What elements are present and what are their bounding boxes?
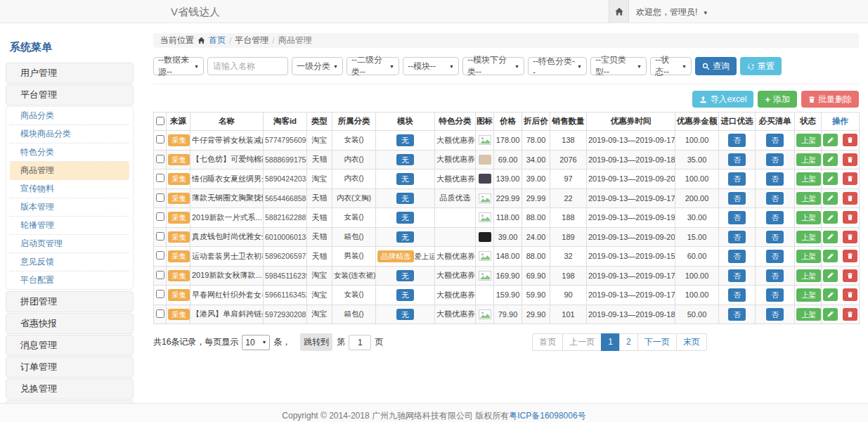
item-type-select[interactable]: --宝贝类型--▼ (590, 57, 647, 75)
sidebar-subitem-module-goods-category[interactable]: 模块商品分类 (10, 125, 129, 143)
delete-button[interactable] (843, 269, 857, 282)
edit-button[interactable] (823, 250, 838, 262)
batch-delete-button[interactable]: 批量删除 (801, 91, 859, 108)
sidebar-item-group-buy-management[interactable]: 拼团管理 (6, 291, 134, 312)
jump-button[interactable]: 跳转到 (300, 333, 332, 351)
status-toggle[interactable]: 上架 (796, 211, 821, 224)
module-select[interactable]: --模块--▼ (403, 57, 459, 75)
status-toggle[interactable]: 上架 (796, 192, 821, 205)
breadcrumb-item-platform[interactable]: 平台管理 (235, 34, 268, 46)
name-input[interactable] (207, 57, 288, 75)
status-toggle[interactable]: 上架 (796, 231, 821, 244)
import-select-toggle[interactable]: 否 (728, 211, 746, 224)
status-select[interactable]: --状态--▼ (650, 57, 692, 75)
must-buy-toggle[interactable]: 否 (766, 211, 784, 224)
sidebar-subitem-carousel-management[interactable]: 轮播管理 (10, 217, 129, 235)
status-toggle[interactable]: 上架 (796, 269, 821, 283)
delete-button[interactable] (843, 192, 857, 205)
sidebar-subitem-goods-category[interactable]: 商品分类 (10, 107, 129, 125)
row-checkbox[interactable] (156, 232, 164, 241)
sidebar-item-saving-express[interactable]: 省惠快报 (6, 313, 134, 334)
status-toggle[interactable]: 上架 (796, 153, 821, 167)
edit-button[interactable] (823, 192, 838, 205)
sidebar-subitem-feedback[interactable]: 意见反馈 (10, 253, 129, 271)
must-buy-toggle[interactable]: 否 (766, 172, 784, 186)
status-toggle[interactable]: 上架 (796, 134, 821, 147)
status-toggle[interactable]: 上架 (796, 250, 821, 263)
sidebar-subitem-goods-management[interactable]: 商品管理 (10, 162, 129, 180)
must-buy-toggle[interactable]: 否 (766, 231, 784, 244)
delete-button[interactable] (843, 231, 857, 243)
delete-button[interactable] (843, 134, 857, 146)
delete-button[interactable] (843, 308, 857, 321)
row-checkbox[interactable] (156, 290, 164, 298)
page-button-1[interactable]: 1 (601, 333, 620, 350)
reset-button[interactable]: 重置 (740, 57, 782, 75)
import-select-toggle[interactable]: 否 (728, 269, 746, 283)
sidebar-subitem-feature-category[interactable]: 特色分类 (10, 143, 129, 162)
delete-button[interactable] (843, 153, 857, 166)
row-checkbox[interactable] (156, 309, 164, 318)
page-button-2[interactable]: 2 (619, 333, 638, 350)
add-button[interactable]: + 添加 (758, 91, 797, 108)
sidebar-item-platform-management[interactable]: 平台管理 (6, 84, 134, 106)
delete-button[interactable] (843, 288, 857, 301)
import-select-toggle[interactable]: 否 (728, 250, 746, 263)
import-select-toggle[interactable]: 否 (728, 308, 746, 321)
status-toggle[interactable]: 上架 (796, 308, 821, 321)
sidebar-subitem-version-management[interactable]: 版本管理 (10, 198, 129, 217)
row-checkbox[interactable] (156, 212, 164, 221)
user-dropdown[interactable]: 欢迎您，管理员! ▼ (636, 6, 708, 18)
per-page-select[interactable]: 10 ▼ (242, 335, 270, 350)
edit-button[interactable] (823, 288, 838, 301)
must-buy-toggle[interactable]: 否 (766, 153, 784, 167)
edit-button[interactable] (823, 172, 838, 185)
level1-category-select[interactable]: 一级分类▼ (292, 57, 343, 75)
sidebar-subitem-platform-config[interactable]: 平台配置 (10, 271, 129, 289)
import-select-toggle[interactable]: 否 (728, 172, 746, 186)
row-checkbox[interactable] (156, 251, 164, 260)
import-excel-button[interactable]: 导入excel (692, 91, 753, 108)
sidebar-item-message-management[interactable]: 消息管理 (6, 335, 134, 356)
must-buy-toggle[interactable]: 否 (766, 134, 784, 147)
query-button[interactable]: 查询 (695, 57, 737, 75)
must-buy-toggle[interactable]: 否 (766, 192, 784, 205)
home-button[interactable] (609, 0, 629, 23)
jump-page-input[interactable] (349, 335, 371, 350)
edit-button[interactable] (823, 211, 838, 224)
module-subcategory-select[interactable]: --模块下分类--▼ (462, 57, 524, 75)
import-select-toggle[interactable]: 否 (728, 192, 746, 205)
page-button-first[interactable]: 首页 (532, 333, 563, 350)
sidebar-subitem-promo-materials[interactable]: 宣传物料 (10, 180, 129, 198)
edit-button[interactable] (823, 134, 838, 146)
data-source-select[interactable]: --数据来源--▼ (153, 57, 204, 75)
sidebar-item-user-management[interactable]: 用户管理 (6, 63, 134, 84)
must-buy-toggle[interactable]: 否 (766, 269, 784, 283)
import-select-toggle[interactable]: 否 (728, 134, 746, 147)
page-button-last[interactable]: 末页 (676, 333, 707, 350)
row-checkbox[interactable] (156, 135, 164, 143)
page-button-prev[interactable]: 上一页 (562, 333, 602, 350)
delete-button[interactable] (843, 172, 857, 185)
edit-button[interactable] (823, 308, 838, 321)
row-checkbox[interactable] (156, 271, 164, 279)
row-checkbox[interactable] (156, 155, 164, 163)
import-select-toggle[interactable]: 否 (728, 153, 746, 167)
row-checkbox[interactable] (156, 193, 164, 202)
status-toggle[interactable]: 上架 (796, 172, 821, 186)
import-select-toggle[interactable]: 否 (728, 231, 746, 244)
delete-button[interactable] (843, 211, 857, 224)
edit-button[interactable] (823, 231, 838, 243)
sidebar-item-exchange-management[interactable]: 兑换管理 (6, 378, 134, 399)
edit-button[interactable] (823, 153, 838, 166)
edit-button[interactable] (823, 269, 838, 282)
sidebar-subitem-splash-page-management[interactable]: 启动页管理 (10, 235, 129, 253)
feature-category-select[interactable]: --特色分类--▼ (528, 57, 587, 75)
icp-link[interactable]: 粤ICP备16098006号 (509, 411, 585, 421)
breadcrumb-home-link[interactable]: 首页 (209, 34, 226, 46)
must-buy-toggle[interactable]: 否 (766, 288, 784, 302)
must-buy-toggle[interactable]: 否 (766, 308, 784, 321)
select-all-checkbox[interactable] (156, 117, 164, 125)
level2-category-select[interactable]: --二级分类--▼ (346, 57, 399, 75)
page-button-next[interactable]: 下一页 (637, 333, 677, 350)
